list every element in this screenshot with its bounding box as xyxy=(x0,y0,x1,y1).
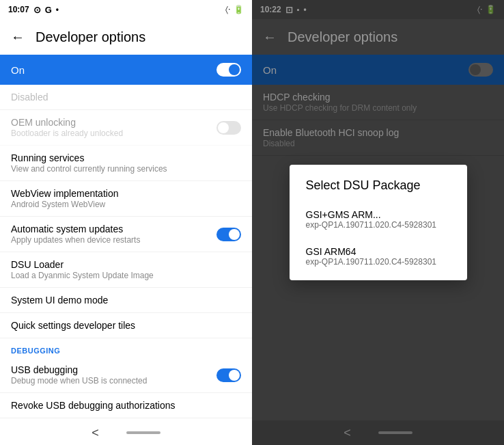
left-back-nav[interactable]: < xyxy=(92,426,99,440)
select-dsu-dialog: Select DSU Package GSI+GMS ARM... exp-QP… xyxy=(290,165,467,280)
left-time: 10:07 ⊙ G • xyxy=(8,5,59,15)
item-title: Running services xyxy=(11,152,241,163)
dialog-option-2[interactable]: GSI ARM64 exp-QP1A.190711.020.C4-5928301 xyxy=(290,238,467,275)
left-on-label: On xyxy=(11,64,25,76)
item-subtitle: Load a Dyanmic System Update Image xyxy=(11,271,241,280)
left-page-title: Developer options xyxy=(36,29,145,45)
toggle-knob xyxy=(218,122,229,133)
left-clock: 10:07 xyxy=(8,5,29,14)
dialog-option-1-detail: exp-QP1A.190711.020.C4-5928301 xyxy=(306,220,451,230)
dialog-option-1-title: GSI+GMS ARM... xyxy=(306,209,451,220)
google-icon: ⊙ xyxy=(33,5,41,15)
right-phone: 10:22 ⊡ ▪ • 〈⋅ 🔋 ← Developer options On … xyxy=(252,0,504,445)
dialog-option-2-detail: exp-QP1A.190711.020.C4-5928301 xyxy=(306,257,451,267)
section-header-debugging: DEBUGGING xyxy=(0,338,252,358)
left-status-bar: 10:07 ⊙ G • 〈⋅ 🔋 xyxy=(0,0,252,19)
list-item[interactable]: WebView implementation Android System We… xyxy=(0,181,252,217)
list-item[interactable]: OEM unlocking Bootloader is already unlo… xyxy=(0,110,252,146)
left-status-icons: 〈⋅ 🔋 xyxy=(225,5,244,14)
item-text: Quick settings developer tiles xyxy=(11,320,241,331)
list-item[interactable]: DSU Loader Load a Dyanmic System Update … xyxy=(0,252,252,288)
item-text: System UI demo mode xyxy=(11,295,241,306)
dot-icon: • xyxy=(56,5,59,14)
item-title: WebView implementation xyxy=(11,188,241,199)
left-toggle-knob xyxy=(229,64,240,75)
left-content: Disabled OEM unlocking Bootloader is alr… xyxy=(0,85,252,420)
item-text: Revoke USB debugging authorizations xyxy=(11,400,241,411)
item-text: Running services View and control curren… xyxy=(11,152,241,174)
dialog-option-2-title: GSI ARM64 xyxy=(306,246,451,257)
left-bottom-bar: < xyxy=(0,420,252,445)
item-text: Automatic system updates Apply updates w… xyxy=(11,224,216,245)
dialog-option-1[interactable]: GSI+GMS ARM... exp-QP1A.190711.020.C4-59… xyxy=(290,201,467,238)
auto-update-toggle[interactable] xyxy=(216,228,241,241)
oem-toggle[interactable] xyxy=(216,121,241,135)
left-on-toggle[interactable] xyxy=(216,63,241,77)
g-icon: G xyxy=(45,5,52,15)
item-subtitle: Debug mode when USB is connected xyxy=(11,376,216,386)
item-title: USB debugging xyxy=(11,364,216,375)
item-title: Quick settings developer tiles xyxy=(11,320,241,331)
wifi-icon: 〈⋅ xyxy=(225,5,231,14)
item-subtitle: Bootloader is already unlocked xyxy=(11,129,216,138)
list-item[interactable]: Automatic system updates Apply updates w… xyxy=(0,217,252,252)
list-item[interactable]: Revoke USB debugging authorizations xyxy=(0,393,252,418)
item-subtitle: View and control currently running servi… xyxy=(11,164,241,174)
list-item[interactable]: System UI demo mode xyxy=(0,288,252,313)
item-title: System UI demo mode xyxy=(11,295,241,306)
item-title: OEM unlocking xyxy=(11,117,216,128)
item-title: Revoke USB debugging authorizations xyxy=(11,400,241,411)
item-text: USB debugging Debug mode when USB is con… xyxy=(11,364,216,386)
left-back-button[interactable]: ← xyxy=(11,29,25,45)
item-text: Disabled xyxy=(11,92,241,103)
usb-debug-toggle[interactable] xyxy=(216,368,241,382)
item-text: OEM unlocking Bootloader is already unlo… xyxy=(11,117,216,138)
item-subtitle: Android System WebView xyxy=(11,200,241,209)
item-text: DSU Loader Load a Dyanmic System Update … xyxy=(11,259,241,280)
list-item[interactable]: Disabled xyxy=(0,85,252,110)
item-text: WebView implementation Android System We… xyxy=(11,188,241,209)
item-title: DSU Loader xyxy=(11,259,241,270)
item-title: Disabled xyxy=(11,92,241,103)
dialog-overlay[interactable]: Select DSU Package GSI+GMS ARM... exp-QP… xyxy=(252,0,504,445)
left-nav-bar: ← Developer options xyxy=(0,19,252,55)
list-item[interactable]: USB debugging Debug mode when USB is con… xyxy=(0,358,252,393)
list-item[interactable]: Running services View and control curren… xyxy=(0,146,252,181)
toggle-knob xyxy=(229,370,240,381)
left-home-indicator[interactable] xyxy=(126,431,160,434)
list-item[interactable]: Quick settings developer tiles xyxy=(0,313,252,338)
dialog-title: Select DSU Package xyxy=(290,178,467,201)
battery-icon: 🔋 xyxy=(234,5,244,14)
item-subtitle: Apply updates when device restarts xyxy=(11,235,216,245)
item-title: Automatic system updates xyxy=(11,224,216,234)
left-phone: 10:07 ⊙ G • 〈⋅ 🔋 ← Developer options On … xyxy=(0,0,252,445)
left-on-bar[interactable]: On xyxy=(0,55,252,85)
toggle-knob xyxy=(229,229,240,240)
